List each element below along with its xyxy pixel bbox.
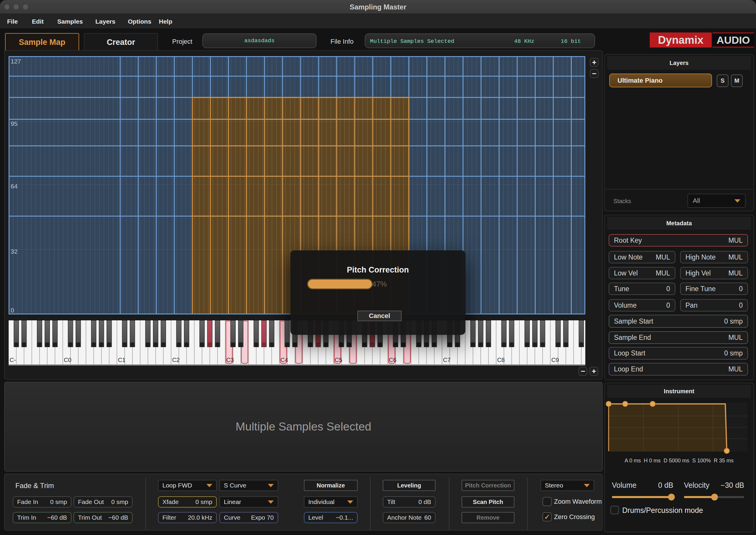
svg-text:C5: C5 [335, 357, 342, 363]
svg-text:C1: C1 [118, 357, 126, 363]
svg-text:C-: C- [10, 357, 16, 363]
svg-text:C3: C3 [226, 357, 234, 363]
svg-text:C0: C0 [64, 357, 71, 363]
svg-text:C4: C4 [281, 357, 288, 363]
svg-text:95: 95 [11, 120, 17, 127]
svg-text:64: 64 [11, 183, 18, 189]
svg-text:127: 127 [11, 58, 21, 65]
svg-text:C6: C6 [389, 357, 397, 363]
svg-text:C7: C7 [443, 357, 451, 363]
svg-text:0: 0 [11, 307, 14, 314]
svg-text:C9: C9 [551, 357, 559, 363]
svg-text:C8: C8 [497, 357, 505, 363]
svg-text:C2: C2 [172, 357, 180, 363]
svg-text:32: 32 [11, 248, 17, 255]
